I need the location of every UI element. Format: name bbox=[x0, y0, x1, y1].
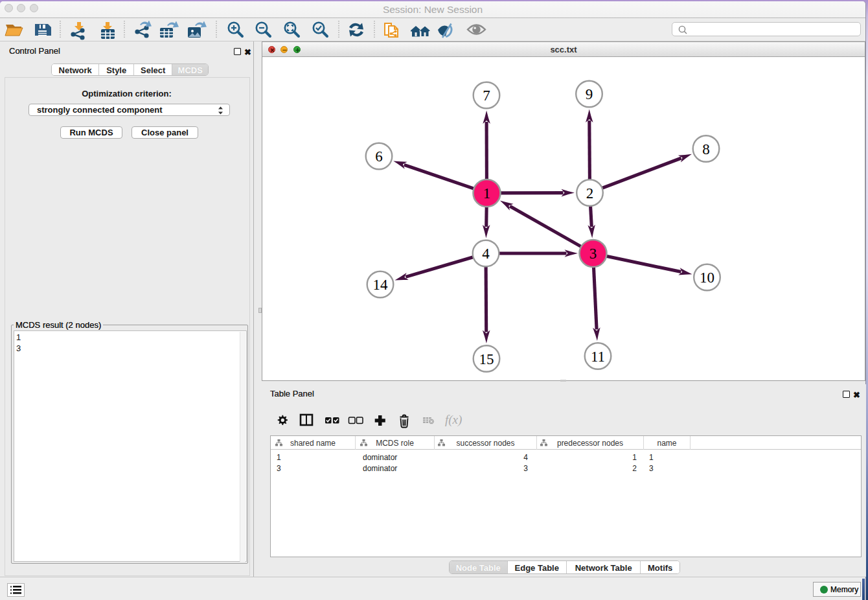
svg-text:9: 9 bbox=[586, 86, 593, 102]
svg-text:6: 6 bbox=[375, 148, 383, 165]
svg-text:1: 1 bbox=[483, 185, 491, 202]
svg-text:f(x): f(x) bbox=[445, 413, 462, 427]
svg-text:7: 7 bbox=[483, 87, 490, 104]
svg-text:2: 2 bbox=[586, 185, 594, 202]
svg-text:14: 14 bbox=[373, 277, 389, 293]
svg-text:15: 15 bbox=[479, 351, 494, 367]
svg-text:8: 8 bbox=[702, 141, 710, 157]
svg-text:10: 10 bbox=[700, 270, 714, 286]
svg-text:3: 3 bbox=[589, 246, 597, 262]
svg-text:4: 4 bbox=[482, 246, 490, 262]
svg-text:11: 11 bbox=[591, 349, 605, 365]
